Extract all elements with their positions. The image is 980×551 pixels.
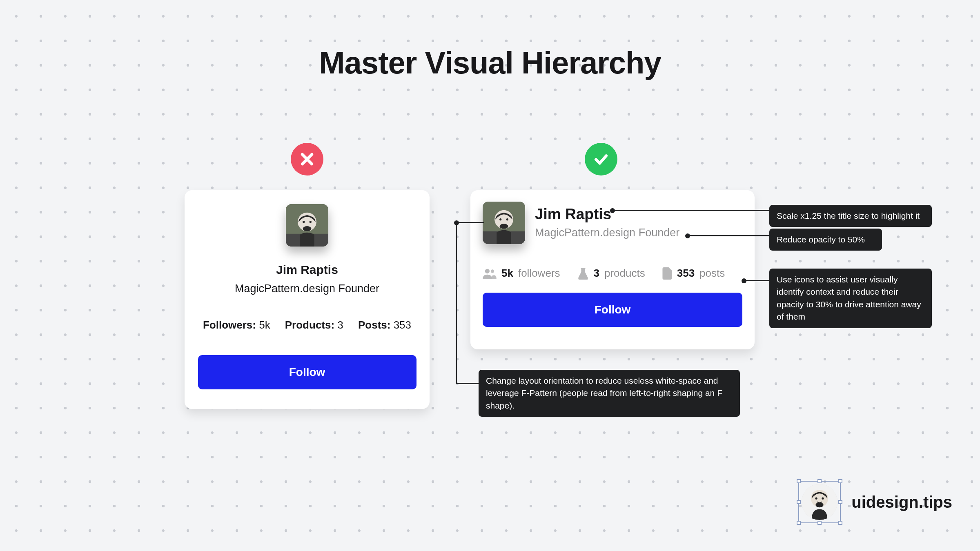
posts-value: 353 (677, 267, 695, 280)
svg-point-11 (500, 224, 508, 229)
check-icon (585, 143, 617, 176)
connector-line (456, 222, 457, 384)
annotation-title-scale: Scale x1.25 the title size to highlight … (769, 205, 932, 227)
followers-value: 5k (259, 319, 270, 331)
svg-point-20 (822, 498, 824, 500)
posts-value: 353 (394, 319, 411, 331)
connector-line (456, 222, 484, 223)
stats-row: Followers: 5k Products: 3 Posts: 353 (203, 319, 411, 331)
user-name: Jim Raptis (535, 207, 679, 222)
user-subtitle: MagicPattern.design Founder (235, 282, 379, 295)
posts-label: Posts: (358, 319, 390, 331)
x-icon (291, 143, 323, 176)
svg-point-19 (815, 498, 817, 500)
brand-name: uidesign.tips (851, 493, 952, 511)
avatar (286, 204, 328, 247)
svg-point-5 (303, 226, 312, 231)
brand-name-bold: uidesign (851, 493, 918, 511)
follow-button[interactable]: Follow (483, 293, 742, 327)
user-name: Jim Raptis (276, 263, 338, 277)
posts-label: posts (699, 267, 725, 280)
user-subtitle: MagicPattern.design Founder (535, 227, 679, 239)
followers-label: Followers: (203, 319, 256, 331)
products-label: products (604, 267, 645, 280)
annotation-opacity: Reduce opacity to 50% (769, 229, 882, 251)
followers-value: 5k (501, 267, 513, 280)
annotation-icons: Use icons to assist user visually identi… (769, 269, 932, 328)
products-value: 3 (337, 319, 343, 331)
flask-icon (577, 267, 589, 280)
stat-posts: 353 posts (662, 267, 725, 280)
followers-label: followers (518, 267, 560, 280)
brand-avatar (802, 484, 837, 520)
page-title: Master Visual Hierarchy (319, 45, 661, 80)
connector-line (688, 235, 769, 236)
document-icon (662, 267, 672, 280)
avatar (483, 202, 525, 244)
stat-followers: 5k followers (483, 267, 560, 280)
products-value: 3 (594, 267, 599, 280)
users-icon (483, 268, 497, 279)
svg-point-13 (506, 218, 508, 220)
follow-button[interactable]: Follow (198, 355, 416, 389)
brand-avatar-selection (798, 481, 841, 523)
svg-point-15 (491, 269, 494, 273)
profile-card-good: Jim Raptis MagicPattern.design Founder 5… (470, 190, 755, 349)
connector-line (612, 210, 769, 211)
annotation-layout: Change layout orientation to reduce usel… (479, 370, 740, 417)
connector-line (744, 280, 769, 281)
stat-products: 3 products (577, 267, 645, 280)
profile-card-bad: Jim Raptis MagicPattern.design Founder F… (185, 190, 430, 409)
svg-point-12 (499, 218, 501, 220)
svg-point-14 (485, 269, 490, 273)
svg-point-6 (303, 221, 305, 223)
brand-logo: uidesign.tips (798, 481, 952, 523)
connector-line (456, 383, 479, 384)
brand-name-light: .tips (919, 493, 952, 511)
svg-point-7 (310, 221, 312, 223)
products-label: Products: (285, 319, 334, 331)
stats-row: 5k followers 3 products 353 posts (483, 267, 742, 280)
